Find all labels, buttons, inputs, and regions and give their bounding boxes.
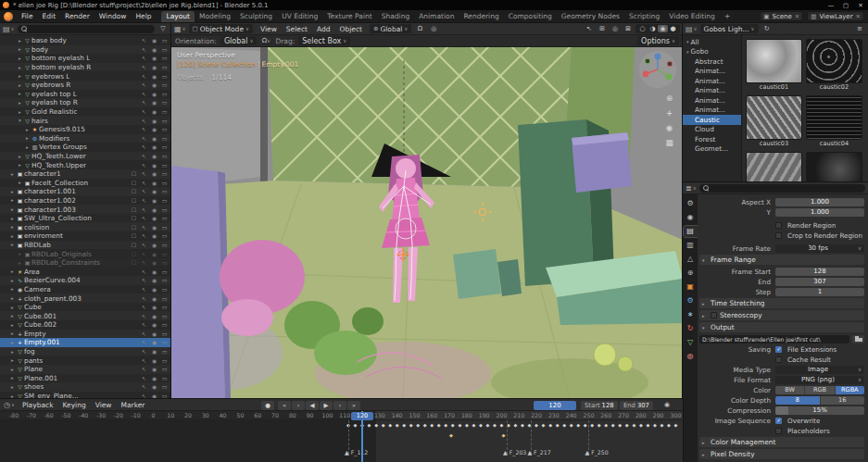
- camera-icon[interactable]: ◉: [149, 197, 159, 204]
- camera-icon[interactable]: ◉: [149, 180, 159, 186]
- shading-solid-icon[interactable]: ◑: [648, 25, 658, 32]
- workspace-tab-compositing[interactable]: Compositing: [504, 11, 557, 22]
- select-icon[interactable]: ↖: [139, 37, 149, 44]
- keyframe-icon[interactable]: ◆: [458, 422, 461, 428]
- checkbox-icon[interactable]: ☐: [129, 242, 139, 248]
- keyframe-icon[interactable]: ◆: [423, 422, 427, 428]
- camera-icon[interactable]: ◉: [149, 393, 159, 399]
- select-icon[interactable]: ↖: [139, 180, 149, 186]
- screen-icon[interactable]: ▭: [159, 383, 170, 390]
- screen-icon[interactable]: ▭: [159, 277, 170, 283]
- keyframe-icon[interactable]: ◆: [590, 422, 594, 428]
- current-frame-badge[interactable]: 120: [351, 412, 373, 420]
- select-icon[interactable]: ↖: [139, 162, 149, 169]
- keyframe-icon[interactable]: ◆: [570, 422, 573, 428]
- asset-item[interactable]: [746, 152, 802, 182]
- shading-material-icon[interactable]: ◉: [658, 25, 668, 32]
- workspace-tab-sculpting[interactable]: Sculpting: [235, 11, 277, 22]
- keyframe-icon[interactable]: ◆: [388, 422, 392, 428]
- camera-icon[interactable]: ◉: [149, 144, 159, 150]
- asset-catalog[interactable]: Forest: [683, 134, 741, 144]
- expander-icon[interactable]: ▸: [17, 38, 23, 44]
- camera-icon[interactable]: ◉: [149, 46, 159, 53]
- outliner-item[interactable]: ▸▣RBDLab_Originals☐↖◉▭: [0, 249, 171, 258]
- keyframe-icon[interactable]: ◆: [416, 422, 420, 428]
- expander-icon[interactable]: ▸: [17, 154, 23, 159]
- keyframe-icon[interactable]: ◆: [653, 422, 657, 428]
- expander-icon[interactable]: ▸: [9, 375, 16, 381]
- timeline-menu-marker[interactable]: Marker: [117, 401, 150, 409]
- screen-icon[interactable]: ▭: [159, 162, 170, 169]
- remove-view-layer-icon[interactable]: ✕: [856, 13, 861, 20]
- expander-icon[interactable]: ▸: [24, 127, 31, 132]
- output-path-field[interactable]: D:\Blender stuff\render\Ellen joe\first …: [699, 335, 849, 343]
- outliner-item[interactable]: ▸▣colision☐↖◉▭: [0, 222, 171, 231]
- timeline-marker[interactable]: ▲ F_112: [345, 449, 368, 456]
- select-icon[interactable]: ↖: [139, 304, 149, 310]
- toggle-xray-icon[interactable]: ⊠: [623, 25, 634, 32]
- select-icon[interactable]: ↖: [139, 268, 149, 275]
- screen-icon[interactable]: ▭: [159, 170, 170, 177]
- expander-icon[interactable]: ▸: [17, 260, 23, 266]
- keyframe-icon[interactable]: ◆: [493, 422, 497, 428]
- screen-icon[interactable]: ▭: [159, 126, 170, 132]
- maximize-button[interactable]: ▢: [838, 2, 853, 9]
- workspace-tab-scripting[interactable]: Scripting: [624, 11, 664, 22]
- expander-icon[interactable]: ▾: [17, 118, 23, 123]
- camera-icon[interactable]: ◉: [149, 126, 159, 132]
- outliner-item[interactable]: ▸▽eyebrows L↖◉▭: [0, 71, 171, 81]
- expander-icon[interactable]: ▸: [9, 197, 16, 203]
- asset-item[interactable]: [806, 152, 862, 182]
- select-icon[interactable]: ↖: [139, 73, 149, 80]
- checkbox-icon[interactable]: ☐: [129, 197, 139, 204]
- checkbox-icon[interactable]: ☐: [129, 188, 139, 194]
- keyframe-icon[interactable]: ◆: [625, 422, 629, 428]
- media-type-dropdown[interactable]: Image∨: [775, 366, 864, 374]
- asset-catalog[interactable]: Animat...: [683, 106, 741, 116]
- workspace-tab-animation[interactable]: Animation: [414, 11, 459, 22]
- file-extensions-checkbox[interactable]: [775, 346, 782, 353]
- screen-icon[interactable]: ▭: [159, 348, 170, 355]
- tab-physics[interactable]: ↻: [684, 323, 698, 334]
- camera-icon[interactable]: ◉: [149, 99, 159, 106]
- compression-slider[interactable]: 15%: [775, 406, 864, 415]
- workspace-tab-modeling[interactable]: Modeling: [195, 11, 235, 22]
- frame-step-field[interactable]: 1: [775, 288, 864, 296]
- checkbox-icon[interactable]: ☐: [129, 224, 139, 231]
- asset-catalog[interactable]: Cloud: [683, 125, 741, 135]
- screen-icon[interactable]: ▭: [159, 206, 170, 213]
- outliner-item[interactable]: ▸▣Facelt_Collection☐↖◉▭: [0, 179, 171, 188]
- select-icon[interactable]: ↖: [139, 339, 149, 345]
- editor-type-icon[interactable]: ◷∨: [4, 401, 15, 409]
- select-icon[interactable]: ↖: [139, 251, 149, 257]
- camera-icon[interactable]: ◉: [149, 64, 159, 70]
- select-icon[interactable]: ↖: [139, 295, 149, 302]
- timeline-menu-view[interactable]: View: [91, 401, 117, 409]
- select-icon[interactable]: ↖: [139, 242, 149, 248]
- keyframe-icon[interactable]: ◆: [611, 422, 615, 428]
- tab-render[interactable]: ◉: [684, 212, 698, 223]
- editor-type-icon[interactable]: ≣∨: [686, 184, 697, 193]
- menu-help[interactable]: Help: [131, 12, 156, 20]
- open-folder-icon[interactable]: [852, 335, 864, 343]
- asset-catalog[interactable]: Animat...: [683, 95, 741, 106]
- frame-end-button[interactable]: End307: [620, 401, 653, 410]
- frame-end-field[interactable]: 307: [775, 278, 864, 286]
- camera-icon[interactable]: ◉: [149, 55, 159, 61]
- select-icon[interactable]: ↖: [139, 393, 149, 399]
- keyframe-icon[interactable]: ◆: [437, 422, 441, 428]
- viewport-menu-object[interactable]: Object: [335, 25, 367, 33]
- camera-icon[interactable]: ◉: [149, 162, 159, 169]
- outliner-item[interactable]: ▸☀Area↖◉▭: [0, 267, 171, 276]
- screen-icon[interactable]: ▭: [159, 197, 170, 204]
- aspect-y-field[interactable]: 1.000: [775, 208, 864, 217]
- frame-start-button[interactable]: Start128: [581, 401, 618, 410]
- select-tool-dropdown[interactable]: Select Box ∨: [298, 36, 350, 45]
- checkbox-icon[interactable]: ☐: [129, 170, 139, 177]
- screen-icon[interactable]: ▭: [159, 393, 170, 399]
- expander-icon[interactable]: ▸: [9, 313, 16, 318]
- overwrite-checkbox[interactable]: [775, 418, 782, 424]
- close-button[interactable]: ✕: [853, 2, 868, 9]
- mode-dropdown[interactable]: ▢ Object Mode ∨: [189, 24, 253, 33]
- workspace-tab-uv-editing[interactable]: UV Editing: [277, 11, 322, 22]
